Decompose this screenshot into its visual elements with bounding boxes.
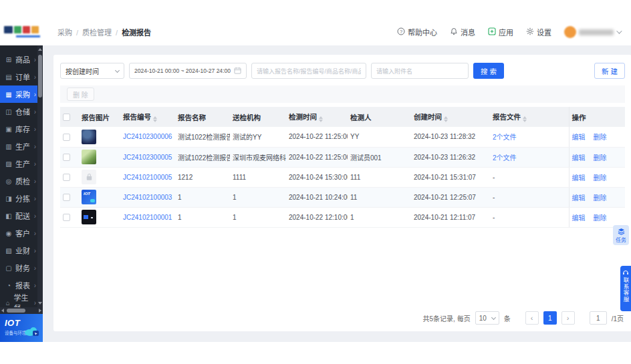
- sidebar-item-business-finance[interactable]: ▧业财: [0, 242, 43, 259]
- production-icon: ▥: [5, 143, 13, 150]
- files-link[interactable]: 2个文件: [493, 154, 517, 162]
- logo-block-red: [23, 26, 30, 33]
- company-logo: [0, 19, 43, 45]
- scroll-up-icon[interactable]: [38, 48, 42, 51]
- placeholder-image[interactable]: [82, 170, 96, 184]
- tasks-float-button[interactable]: 任务: [613, 225, 629, 245]
- row-checkbox[interactable]: [63, 134, 70, 141]
- sort-icon[interactable]: [153, 116, 157, 122]
- help-center-button[interactable]: ? 帮助中心: [397, 27, 437, 37]
- report-no-link[interactable]: JC24102300006: [123, 133, 172, 140]
- time-field-select[interactable]: 按创建时间: [60, 63, 124, 79]
- prev-page-button[interactable]: ‹: [525, 311, 539, 325]
- reports-icon: ◔: [5, 282, 13, 289]
- iot-footer-banner[interactable]: IOT 设备与环境: [0, 314, 43, 342]
- quality-icon: ◎: [5, 178, 13, 185]
- green-illustration[interactable]: [82, 150, 96, 164]
- scroll-down-icon[interactable]: [38, 302, 42, 305]
- sidebar-menu: ⊞商品 ▤订单 ▦采购 ◫仓储 ▣库存 ▥生产 ▨生产 ◎质检 ◨分拣 ◧配送 …: [0, 45, 43, 311]
- app-grid-icon: [488, 27, 496, 37]
- logo-block-green: [14, 26, 21, 33]
- edit-link[interactable]: 编辑: [572, 134, 586, 141]
- username-blurred: [579, 29, 614, 35]
- iot-logo-image[interactable]: IOT: [82, 190, 96, 204]
- filter-bar: 按创建时间 2024-10-21 00:00 ~ 2024-10-27 24:0…: [60, 61, 625, 85]
- edit-link[interactable]: 编辑: [572, 194, 586, 202]
- row-checkbox[interactable]: [63, 174, 70, 181]
- scroll-right-icon[interactable]: [39, 309, 41, 313]
- report-no-link[interactable]: JC24102300005: [123, 154, 172, 161]
- sidebar-item-goods[interactable]: ⊞商品: [0, 51, 43, 68]
- sidebar-horizontal-scrollbar[interactable]: [0, 307, 43, 314]
- col-created[interactable]: 创建时间: [411, 107, 490, 127]
- delete-link[interactable]: 删除: [594, 154, 607, 162]
- sidebar-item-warehouse[interactable]: ◫仓储: [0, 103, 43, 120]
- sidebar-item-sorting[interactable]: ◨分拣: [0, 190, 43, 207]
- messages-button[interactable]: 消息: [450, 27, 475, 37]
- sidebar-item-orders[interactable]: ▤订单: [0, 68, 43, 85]
- delete-link[interactable]: 删除: [594, 194, 607, 202]
- edit-link[interactable]: 编辑: [572, 154, 586, 162]
- delete-link[interactable]: 删除: [594, 214, 607, 222]
- total-pages-label: /1页: [612, 313, 624, 323]
- page-size-select[interactable]: 10: [475, 311, 499, 325]
- vertical-scroll-thumb[interactable]: [38, 55, 42, 98]
- settings-button[interactable]: 设置: [526, 27, 551, 37]
- row-checkbox[interactable]: [63, 194, 70, 201]
- col-test-time[interactable]: 检测时间: [286, 107, 348, 127]
- help-circle-icon: ?: [397, 27, 405, 37]
- delete-link[interactable]: 删除: [594, 174, 607, 182]
- orders-icon: ▤: [5, 73, 13, 81]
- sidebar-item-delivery[interactable]: ◧配送: [0, 207, 43, 224]
- edit-link[interactable]: 编辑: [572, 174, 586, 182]
- scroll-left-icon[interactable]: [1, 309, 4, 313]
- current-page-button[interactable]: 1: [543, 311, 557, 325]
- files-link[interactable]: 2个文件: [493, 134, 517, 141]
- topbar-actions: ? 帮助中心 消息 应用 设置: [397, 26, 631, 38]
- sidebar-item-quality[interactable]: ◎质检: [0, 172, 43, 190]
- date-range-picker[interactable]: 2024-10-21 00:00 ~ 2024-10-27 24:00: [129, 63, 247, 79]
- create-button[interactable]: 新 建: [594, 63, 625, 79]
- edit-link[interactable]: 编辑: [572, 214, 586, 222]
- report-no-link[interactable]: JC24102100005: [123, 174, 172, 181]
- sidebar-item-production[interactable]: ▥生产: [0, 138, 43, 155]
- sort-icon[interactable]: [319, 116, 323, 122]
- sidebar-item-production-2[interactable]: ▨生产: [0, 155, 43, 172]
- sidebar-item-purchase[interactable]: ▦采购: [0, 85, 43, 103]
- breadcrumb-quality-mgmt[interactable]: 质检管理: [82, 27, 118, 37]
- batch-delete-button[interactable]: 删 除: [67, 87, 94, 101]
- search-button[interactable]: 搜 索: [473, 63, 504, 79]
- sort-icon[interactable]: [523, 116, 527, 122]
- row-checkbox[interactable]: [63, 214, 70, 221]
- content-card: 按创建时间 2024-10-21 00:00 ~ 2024-10-27 24:0…: [53, 55, 631, 331]
- sort-icon[interactable]: [444, 116, 448, 122]
- report-no-link[interactable]: JC24102100001: [123, 214, 172, 221]
- report-no-link[interactable]: JC24102100003: [123, 194, 172, 201]
- page-jump-input[interactable]: 1: [590, 311, 607, 325]
- sidebar-vertical-scrollbar[interactable]: [37, 45, 43, 307]
- col-files[interactable]: 报告文件: [490, 107, 569, 127]
- sidebar-item-finance[interactable]: ▢财务: [0, 259, 43, 277]
- table-row: JC24102300005 测试1022检测报告 深圳市观麦网络科技 2024-…: [60, 147, 625, 167]
- sidebar-item-inventory[interactable]: ▣库存: [0, 120, 43, 138]
- avatar: [564, 26, 576, 38]
- delete-link[interactable]: 删除: [594, 134, 607, 141]
- next-page-button[interactable]: ›: [561, 311, 575, 325]
- customer-service-float-button[interactable]: 联系客服: [620, 266, 631, 311]
- row-checkbox[interactable]: [63, 154, 70, 161]
- apps-button[interactable]: 应用: [488, 27, 513, 37]
- sidebar-item-customers[interactable]: ◉客户: [0, 224, 43, 242]
- horizontal-scroll-thumb[interactable]: [7, 309, 25, 313]
- dark-product-image[interactable]: [82, 210, 96, 224]
- user-menu[interactable]: [564, 26, 620, 38]
- layers-icon: [618, 228, 625, 235]
- warehouse-icon: ◫: [5, 108, 13, 116]
- keyword-search-input[interactable]: [251, 63, 366, 79]
- portrait-photo[interactable]: [82, 130, 96, 144]
- goods-icon: ⊞: [5, 56, 13, 63]
- breadcrumb-purchase[interactable]: 采购: [57, 27, 78, 37]
- select-all-checkbox[interactable]: [63, 114, 70, 121]
- col-report-no[interactable]: 报告编号: [120, 107, 175, 127]
- pagination: 共5条记录, 每页 10 条 ‹ 1 › 1 /1页: [423, 311, 624, 325]
- attachment-name-input[interactable]: [371, 63, 469, 79]
